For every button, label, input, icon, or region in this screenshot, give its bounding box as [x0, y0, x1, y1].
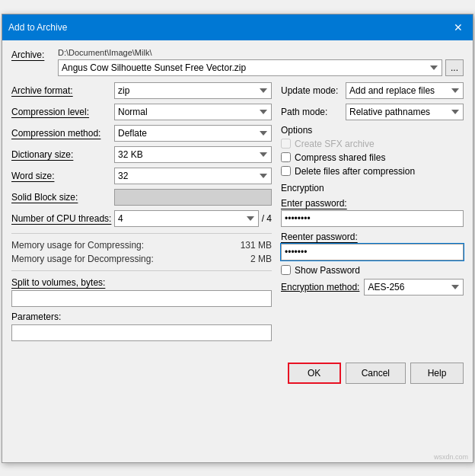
memory-compress-value: 131 MB: [241, 240, 272, 251]
params-row: Parameters:: [11, 311, 272, 341]
word-size-row: Word size: 32 64: [11, 168, 272, 184]
compression-level-control: Normal Fast Best: [114, 104, 272, 120]
enter-password-input[interactable]: [281, 210, 464, 227]
compression-level-label: Compression level:: [11, 107, 114, 117]
params-label: Parameters:: [11, 311, 272, 322]
right-panel: Update mode: Add and replace files Updat…: [281, 82, 464, 346]
update-mode-select[interactable]: Add and replace files Update and add fil…: [346, 82, 464, 99]
update-mode-control: Add and replace files Update and add fil…: [346, 82, 464, 99]
show-password-checkbox[interactable]: [281, 265, 291, 275]
archive-filename-select[interactable]: Angus Cow Silhouette Sunset Free Vector.…: [58, 59, 442, 76]
solid-block-row: Solid Block size:: [11, 189, 272, 206]
reenter-password-label: Reenter password:: [281, 232, 464, 242]
memory-decompress-label: Memory usage for Decompressing:: [11, 254, 154, 264]
options-section: Options Create SFX archive Compress shar…: [281, 125, 464, 177]
bottom-buttons: OK Cancel Help: [2, 353, 473, 391]
cpu-threads-total: / 4: [262, 213, 272, 224]
archive-format-select[interactable]: zip rar tar: [114, 82, 272, 99]
separator-1: [11, 233, 272, 234]
archive-format-label: Archive format:: [11, 85, 114, 96]
word-size-label: Word size:: [11, 171, 114, 181]
archive-format-row: Archive format: zip rar tar: [11, 82, 272, 99]
cpu-threads-control: 4 1 2 8 / 4: [114, 210, 272, 227]
watermark: wsxdn.com: [434, 453, 468, 461]
compression-method-label: Compression method:: [11, 128, 114, 139]
solid-block-label: Solid Block size:: [11, 192, 114, 203]
solid-block-control: [114, 189, 272, 206]
help-button[interactable]: Help: [410, 363, 464, 384]
title-bar-buttons: ✕: [450, 19, 467, 36]
enter-password-label: Enter password:: [281, 198, 464, 209]
encryption-method-label: Encryption method:: [281, 282, 359, 292]
show-password-label: Show Password: [295, 265, 360, 276]
archive-label-text: Archive:: [11, 50, 44, 60]
update-mode-label: Update mode:: [281, 85, 346, 96]
compression-level-select[interactable]: Normal Fast Best: [114, 104, 272, 120]
volumes-input[interactable]: [11, 290, 272, 307]
archive-row: Archive: D:\Document\Image\Milk\ Angus C…: [11, 48, 464, 76]
archive-label: Archive:: [11, 48, 53, 60]
left-panel: Archive format: zip rar tar Compression …: [11, 82, 272, 346]
dialog-title: Add to Archive: [8, 22, 67, 33]
encryption-method-row: Encryption method: AES-256 ZipCrypto: [281, 279, 464, 296]
compression-method-control: Deflate Store: [114, 125, 272, 142]
separator-2: [11, 270, 272, 271]
dialog: Add to Archive ✕ Archive: D:\Document\Im…: [2, 14, 473, 463]
path-mode-label: Path mode:: [281, 107, 346, 117]
params-input[interactable]: [11, 324, 272, 341]
create-sfx-checkbox[interactable]: [281, 139, 291, 149]
cpu-threads-select[interactable]: 4 1 2 8: [114, 210, 259, 227]
compress-shared-checkbox[interactable]: [281, 152, 291, 162]
archive-browse-button[interactable]: ...: [445, 59, 464, 76]
dialog-body: Archive: D:\Document\Image\Milk\ Angus C…: [2, 40, 473, 353]
main-content: Archive format: zip rar tar Compression …: [11, 82, 464, 346]
encryption-method-select[interactable]: AES-256 ZipCrypto: [364, 279, 464, 296]
delete-after-label: Delete files after compression: [295, 166, 415, 177]
volumes-row: Split to volumes, bytes:: [11, 277, 272, 307]
archive-path-group: D:\Document\Image\Milk\ Angus Cow Silhou…: [58, 48, 464, 76]
archive-format-control: zip rar tar: [114, 82, 272, 99]
create-sfx-label: Create SFX archive: [295, 139, 375, 149]
close-button[interactable]: ✕: [450, 19, 467, 36]
encryption-section: Encryption Enter password: Reenter passw…: [281, 183, 464, 296]
update-mode-row: Update mode: Add and replace files Updat…: [281, 82, 464, 99]
memory-compress-row: Memory usage for Compressing: 131 MB: [11, 240, 272, 251]
options-title: Options: [281, 125, 464, 136]
volumes-label: Split to volumes, bytes:: [11, 277, 272, 288]
path-mode-control: Relative pathnames Full pathnames No pat…: [346, 104, 464, 120]
cancel-button[interactable]: Cancel: [346, 363, 406, 384]
reenter-password-input[interactable]: [281, 244, 464, 260]
ok-button[interactable]: OK: [288, 363, 341, 384]
path-mode-select[interactable]: Relative pathnames Full pathnames No pat…: [346, 104, 464, 120]
archive-combo-row: Angus Cow Silhouette Sunset Free Vector.…: [58, 59, 464, 76]
word-size-select[interactable]: 32 64: [114, 168, 272, 184]
memory-compress-label: Memory usage for Compressing:: [11, 240, 144, 251]
cpu-threads-row: Number of CPU threads: 4 1 2 8 / 4: [11, 210, 272, 227]
word-size-control: 32 64: [114, 168, 272, 184]
archive-path-text: D:\Document\Image\Milk\: [58, 48, 464, 57]
memory-decompress-row: Memory usage for Decompressing: 2 MB: [11, 254, 272, 264]
dictionary-size-select[interactable]: 32 KB 64 KB: [114, 146, 272, 163]
create-sfx-row: Create SFX archive: [281, 139, 464, 149]
show-password-row: Show Password: [281, 265, 464, 276]
compression-method-select[interactable]: Deflate Store: [114, 125, 272, 142]
path-mode-row: Path mode: Relative pathnames Full pathn…: [281, 104, 464, 120]
compress-shared-row: Compress shared files: [281, 152, 464, 163]
compression-level-row: Compression level: Normal Fast Best: [11, 104, 272, 120]
compress-shared-label: Compress shared files: [295, 152, 385, 163]
cpu-threads-label: Number of CPU threads:: [11, 213, 114, 224]
title-bar: Add to Archive ✕: [2, 14, 473, 40]
delete-after-row: Delete files after compression: [281, 166, 464, 177]
dictionary-size-label: Dictionary size:: [11, 149, 114, 160]
dictionary-size-row: Dictionary size: 32 KB 64 KB: [11, 146, 272, 163]
dictionary-size-control: 32 KB 64 KB: [114, 146, 272, 163]
delete-after-checkbox[interactable]: [281, 166, 291, 176]
compression-method-row: Compression method: Deflate Store: [11, 125, 272, 142]
encryption-title: Encryption: [281, 183, 464, 193]
memory-decompress-value: 2 MB: [250, 254, 272, 264]
